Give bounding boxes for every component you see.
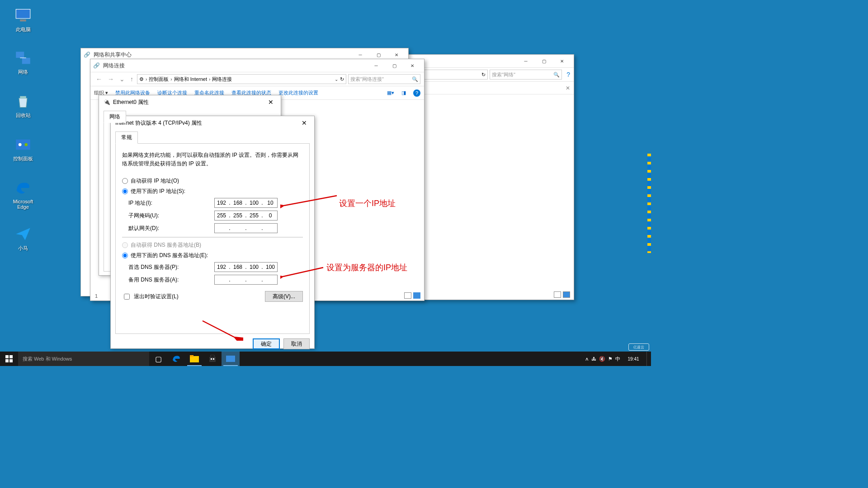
svg-rect-15 [9, 359, 13, 362]
radio-label: 使用下面的 DNS 服务器地址(E): [131, 252, 208, 259]
clock[interactable]: 19:41 [623, 357, 644, 361]
taskbar[interactable]: 搜索 Web 和 Windows ▢ ʌ 🖧 🔇 ⚑ 中 19:41 [0, 352, 651, 366]
cancel-button[interactable]: 取消 [283, 338, 310, 349]
radio-label: 使用下面的 IP 地址(S): [131, 188, 185, 195]
system-tray[interactable]: ʌ 🖧 🔇 ⚑ 中 19:41 [585, 352, 651, 366]
desktop-icon-xiaoma[interactable]: 小马 [7, 225, 39, 252]
svg-rect-16 [190, 356, 199, 362]
refresh-icon[interactable]: ↻ [340, 76, 344, 82]
network-tray-icon[interactable]: 🖧 [591, 356, 596, 361]
close-button[interactable]: ✕ [553, 55, 571, 67]
view-options-icon[interactable]: ▦▾ [387, 90, 394, 96]
search-icon[interactable]: 🔍 [553, 72, 560, 78]
search-box[interactable]: 搜索"网络" 🔍 [490, 70, 562, 80]
desktop-icon-label: 回收站 [7, 112, 39, 119]
desktop-icon-network[interactable]: 网络 [7, 49, 39, 75]
radio-input[interactable] [122, 178, 128, 184]
minimize-button[interactable]: ─ [367, 60, 385, 71]
close-banner-icon[interactable]: ✕ [566, 85, 570, 91]
view-switcher[interactable] [404, 292, 420, 299]
network-icon: 🔗 [93, 62, 100, 69]
subnet-mask-input[interactable]: 255. 255. 255. 0 [214, 211, 278, 221]
radio-input[interactable] [122, 188, 128, 194]
volume-tray-icon[interactable]: 🔇 [599, 356, 605, 362]
preferred-dns-input[interactable]: 192. 168. 100. 100 [214, 262, 278, 272]
breadcrumb-item[interactable]: 网络连接 [212, 76, 232, 83]
dialog-title: Ethernet0 属性 [113, 99, 265, 106]
desktop-icon-this-pc[interactable]: 此电脑 [7, 6, 39, 33]
arrow-icon [280, 265, 326, 280]
task-view-button[interactable]: ▢ [149, 352, 167, 366]
tab-network[interactable]: 网络 [104, 111, 126, 123]
minimize-button[interactable]: ─ [517, 55, 535, 67]
edge-taskbar-icon[interactable] [167, 352, 185, 366]
dialog-title: Internet 协议版本 4 (TCP/IPv4) 属性 [115, 119, 299, 127]
dropdown-icon[interactable]: ⌄ [335, 77, 338, 82]
radio-auto-ip[interactable]: 自动获得 IP 地址(O) [122, 177, 303, 185]
taskbar-search[interactable]: 搜索 Web 和 Windows [18, 352, 149, 366]
network-icon: 🔗 [84, 51, 91, 58]
forward-button[interactable]: → [106, 75, 116, 83]
start-button[interactable] [0, 352, 18, 366]
radio-manual-dns[interactable]: 使用下面的 DNS 服务器地址(E): [122, 252, 303, 259]
recycle-bin-icon [14, 92, 32, 110]
annotation-ip: 设置一个IP地址 [339, 198, 396, 209]
search-placeholder: 搜索"网络连接" [350, 76, 384, 83]
back-button[interactable]: ← [94, 75, 104, 83]
desktop-icon-edge[interactable]: Microsoft Edge [7, 179, 39, 210]
control-panel-taskbar-icon[interactable] [222, 352, 240, 366]
maximize-button[interactable]: ▢ [535, 55, 553, 67]
tab-general[interactable]: 常规 [115, 131, 138, 144]
control-panel-icon-small: ⚙ [139, 76, 144, 82]
help-icon[interactable]: ? [566, 71, 570, 78]
desktop-icon-label: 小马 [7, 245, 39, 252]
radio-manual-ip[interactable]: 使用下面的 IP 地址(S): [122, 188, 303, 195]
radio-input [122, 242, 128, 248]
arrow-icon [280, 192, 339, 210]
view-switcher[interactable] [554, 291, 570, 298]
dialog-titlebar[interactable]: Internet 协议版本 4 (TCP/IPv4) 属性 ✕ [111, 116, 314, 130]
close-button[interactable]: ✕ [403, 60, 421, 71]
ip-address-input[interactable]: 192. 168. 100. 10 [214, 198, 278, 208]
ok-button[interactable]: 确定 [253, 338, 280, 349]
history-dropdown[interactable]: ⌄ [118, 75, 127, 83]
search-placeholder: 搜索"网络" [492, 71, 515, 78]
svg-rect-20 [213, 358, 214, 360]
checkbox-input[interactable] [124, 294, 130, 300]
advanced-button[interactable]: 高级(V)... [265, 291, 303, 302]
show-desktop-button[interactable] [646, 352, 649, 366]
gateway-input[interactable]: . . . [214, 223, 278, 233]
breadcrumb-item[interactable]: 网络和 Internet [174, 76, 207, 83]
desktop-icon-recycle[interactable]: 回收站 [7, 92, 39, 119]
preview-pane-icon[interactable]: ◨ [401, 90, 406, 96]
search-icon[interactable]: 🔍 [412, 76, 418, 82]
radio-label: 自动获得 IP 地址(O) [131, 177, 179, 185]
dialog-titlebar[interactable]: 🔌 Ethernet0 属性 ✕ [99, 95, 281, 109]
close-button[interactable]: ✕ [299, 119, 310, 127]
up-button[interactable]: ↑ [128, 75, 135, 83]
tray-up-icon[interactable]: ʌ [585, 356, 589, 362]
radio-input[interactable] [122, 253, 128, 258]
label-gateway: 默认网关(D): [128, 225, 214, 232]
svg-point-8 [24, 143, 28, 146]
side-decoration [647, 154, 651, 253]
close-button[interactable]: ✕ [265, 99, 276, 106]
label-subnet: 子网掩码(U): [128, 212, 214, 220]
titlebar[interactable]: 🔗 网络连接 ─ ▢ ✕ [90, 59, 424, 72]
desktop-icon-cpanel[interactable]: 控制面板 [7, 136, 39, 162]
breadcrumb-item[interactable]: 控制面板 [149, 76, 169, 83]
maximize-button[interactable]: ▢ [385, 60, 403, 71]
toolbar-change-settings[interactable]: 更改此连接的设置 [278, 89, 318, 96]
ime-indicator[interactable]: 中 [615, 356, 620, 362]
search-box[interactable]: 搜索"网络连接" 🔍 [348, 74, 420, 84]
alternate-dns-input[interactable]: . . . [214, 275, 278, 285]
help-icon[interactable]: ? [413, 89, 420, 97]
flag-tray-icon[interactable]: ⚑ [608, 356, 613, 362]
validate-checkbox-row[interactable]: 退出时验证设置(L) 高级(V)... [122, 291, 303, 302]
breadcrumb[interactable]: ⚙ › 控制面板 › 网络和 Internet › 网络连接 ⌄ ↻ [137, 74, 346, 84]
search-placeholder: 搜索 Web 和 Windows [23, 356, 72, 362]
store-taskbar-icon[interactable] [203, 352, 222, 366]
svg-rect-6 [16, 140, 30, 150]
explorer-taskbar-icon[interactable] [185, 352, 203, 366]
svg-point-7 [19, 143, 22, 146]
